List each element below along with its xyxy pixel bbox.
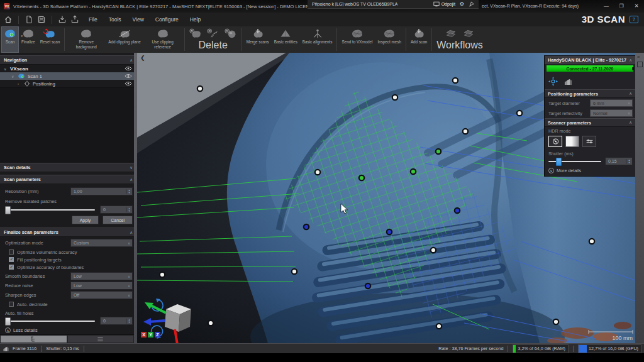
chevron-up-icon: ∧ [130, 58, 133, 63]
patches-spinner[interactable]: 0 ▲▼ [100, 206, 133, 214]
optimize-accuracy-of-boundaries-row[interactable]: Optimize accuracy of boundaries [0, 264, 137, 270]
auto-decimate-row[interactable]: Auto. decimate [0, 301, 137, 307]
list-view-tab[interactable] [68, 336, 134, 343]
collapse-left-icon[interactable]: ❮ [140, 55, 145, 61]
visibility-eye-icon[interactable] [125, 73, 132, 79]
maximize-button[interactable]: ❐ [614, 0, 629, 13]
checkbox[interactable] [9, 265, 14, 270]
remove-background-button[interactable]: Remove background [67, 26, 106, 53]
expand-panel-icon[interactable]: » [637, 54, 640, 60]
fill-holes-spinner[interactable]: 0 ▲▼ [100, 317, 133, 325]
optimization-mode-dropdown[interactable]: Custom ∨ [70, 239, 133, 247]
tree-view-tab[interactable] [1, 336, 67, 343]
checkbox[interactable] [9, 302, 14, 307]
shutter-slider[interactable] [548, 157, 601, 165]
use-clipping-reference-button[interactable]: Use clipping reference [143, 26, 182, 53]
cast-settings-gear-icon[interactable]: ⚙ [460, 1, 464, 7]
delete-sphere-icon[interactable] [225, 28, 237, 39]
close-button[interactable]: ✕ [629, 0, 644, 13]
finalize-button[interactable]: Finalize [19, 26, 38, 53]
hdr-mode-contrast-button[interactable] [565, 136, 579, 147]
send-to-vxmodel-button[interactable]: Send to VXmodel [339, 26, 375, 53]
add-clipping-plane-button[interactable]: Add clipping plane [106, 26, 143, 53]
workflow-scan-icon[interactable] [445, 28, 457, 39]
import-icon[interactable] [58, 15, 67, 24]
surface-mode-icon[interactable] [564, 77, 573, 85]
target-reflectivity-label: Target reflectivity [548, 111, 582, 116]
visibility-eye-icon[interactable] [125, 65, 132, 72]
checkbox[interactable] [9, 257, 14, 262]
resolution-spinner[interactable]: 1,00 ▲▼ [70, 187, 133, 195]
inspect-mesh-button[interactable]: Inspect mesh [375, 26, 403, 53]
reset-scan-icon [43, 28, 56, 39]
menu-tools[interactable]: Tools [103, 13, 127, 26]
basic-entities-button[interactable]: Basic entities [272, 26, 300, 53]
chevron-down-icon[interactable]: ∨ [11, 74, 15, 79]
delete-targets-icon[interactable] [207, 28, 219, 39]
left-panel-scrollbar[interactable] [134, 53, 137, 343]
menu-configure[interactable]: Configure [150, 13, 184, 26]
cast-disconnect-button[interactable]: Odpojit [433, 1, 455, 7]
scan-parameters-header[interactable]: Scan parameters ∧ [0, 175, 137, 184]
reduce-noise-dropdown[interactable]: Low ∨ [70, 282, 133, 290]
scan-button[interactable]: Scan ▾ [1, 26, 19, 53]
shutter-spinner[interactable]: 0,15 ▲▼ [605, 157, 633, 165]
menu-file[interactable]: File [83, 13, 103, 26]
menu-help[interactable]: Help [184, 13, 206, 26]
finalize-scan-parameters-header[interactable]: Finalize scan parameters ∧ [0, 228, 137, 237]
smooth-boundaries-label: Smooth boundaries [5, 273, 70, 279]
merge-scans-icon [252, 28, 264, 39]
fill-holes-slider[interactable] [5, 317, 95, 325]
cast-pin-icon[interactable] [469, 1, 474, 7]
workflow-edit-icon[interactable] [462, 28, 475, 39]
home-icon[interactable] [4, 15, 13, 24]
spinner-arrows-icon[interactable]: ▲▼ [126, 207, 132, 212]
menu-view[interactable]: View [127, 13, 150, 26]
more-details-link[interactable]: ∨ More details [545, 167, 635, 176]
status-bar: Frame 3116 Shutter: 0,15 ms Rate : 38,76… [0, 343, 644, 353]
device-panel-header[interactable]: HandySCAN BLACK | Elite - 9270217 ∧ [545, 56, 635, 64]
less-details-link[interactable]: ∧ Less details [0, 327, 137, 333]
spinner-arrows-icon[interactable]: ▲▼ [126, 319, 132, 324]
spinner-arrows-icon[interactable]: ▲▼ [626, 159, 632, 164]
add-scan-button[interactable]: Add scan [408, 26, 430, 53]
merge-scans-button[interactable]: Merge scans [244, 26, 272, 53]
spinner-arrows-icon[interactable]: ▲▼ [126, 189, 132, 194]
dock-window-icon[interactable] [637, 62, 643, 67]
new-session-icon[interactable] [25, 15, 33, 24]
help-chat-icon[interactable]: ? [630, 16, 638, 23]
sharpen-edges-dropdown[interactable]: Off ∨ [70, 291, 133, 299]
delete-group: Delete [187, 26, 240, 53]
viewport-3d[interactable]: ❮ [137, 53, 635, 343]
basic-alignments-button[interactable]: Basic alignments [300, 26, 335, 53]
hdr-mode-auto-button[interactable] [548, 136, 562, 147]
navigation-header[interactable]: Navigation ∧ [0, 55, 137, 65]
reset-scan-button[interactable]: Reset scan [38, 26, 63, 53]
divider [406, 28, 406, 51]
optimize-volumetric-accuracy-row[interactable]: Optimize volumetric accuracy [0, 249, 137, 255]
hdr-mode-manual-button[interactable] [582, 136, 596, 147]
visibility-eye-icon[interactable] [125, 80, 132, 87]
frame-rate: Rate : 38,76 Frames per second [438, 346, 503, 351]
fill-positioning-targets-row[interactable]: Fill positioning targets [0, 256, 137, 263]
tree-item-positioning[interactable]: › Positioning [0, 80, 137, 87]
positioning-parameters-header[interactable]: Positioning parameters ∧ [545, 89, 635, 98]
save-icon[interactable] [37, 15, 46, 24]
window-title-continued: ect, VXscan-R Plan, VXscan-R Execute: 94… [482, 4, 579, 8]
patches-slider[interactable] [5, 206, 95, 214]
export-icon[interactable] [70, 15, 79, 24]
smooth-boundaries-dropdown[interactable]: Low ∨ [70, 272, 133, 280]
scanner-parameters-header[interactable]: Scanner parameters ∧ [545, 118, 635, 127]
positioning-mode-icon[interactable] [548, 77, 558, 86]
tree-item-scan1[interactable]: ∨ Scan 1 [0, 72, 137, 80]
chevron-down-icon[interactable]: ∨ [4, 67, 8, 71]
scan-details-header[interactable]: Scan details ∨ [0, 163, 137, 172]
workflows-group: Workflows [434, 26, 486, 53]
chevron-right-icon[interactable]: › [18, 82, 21, 85]
minimize-button[interactable]: — [599, 0, 614, 13]
delete-mesh-icon[interactable] [189, 28, 202, 39]
apply-button[interactable]: Apply [72, 216, 99, 224]
checkbox[interactable] [9, 250, 14, 255]
tree-item-vxscan[interactable]: ∨ VXscan [0, 65, 137, 72]
cancel-button[interactable]: Cancel [103, 216, 133, 224]
